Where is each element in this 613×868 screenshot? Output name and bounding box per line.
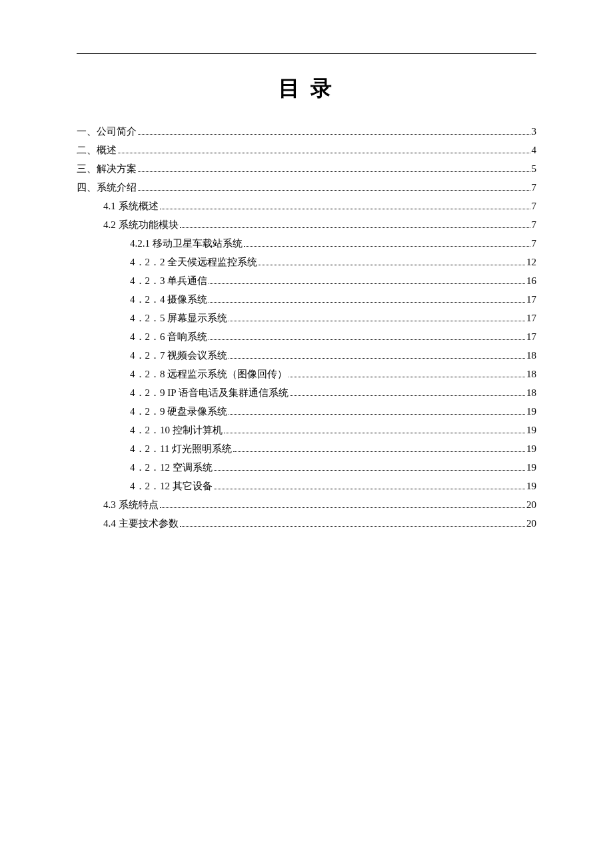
toc-leader-dots [160, 209, 530, 209]
toc-leader-dots [233, 451, 525, 452]
table-of-contents: 一、公司简介3二、概述4三、解决方案5四、系统介绍74.1 系统概述74.2 系… [77, 123, 536, 531]
toc-entry-page: 19 [526, 459, 536, 475]
toc-entry-page: 20 [526, 515, 536, 531]
toc-entry-page: 18 [526, 385, 536, 401]
toc-leader-dots [290, 395, 525, 396]
toc-entry[interactable]: 4.2.1 移动卫星车载站系统7 [77, 235, 536, 251]
toc-leader-dots [229, 414, 525, 415]
toc-title: 目 录 [77, 74, 536, 103]
toc-entry-page: 18 [526, 366, 536, 382]
toc-entry-label: 4．2．6 音响系统 [130, 329, 207, 345]
toc-leader-dots [209, 302, 525, 303]
toc-entry-page: 19 [526, 422, 536, 438]
header-rule [77, 53, 536, 54]
toc-entry-label: 4.2.1 移动卫星车载站系统 [130, 235, 243, 251]
toc-leader-dots [160, 507, 526, 508]
toc-entry-label: 三、解决方案 [77, 161, 137, 177]
toc-leader-dots [229, 321, 525, 321]
toc-entry-label: 4．2．11 灯光照明系统 [130, 441, 232, 457]
toc-entry-label: 4．2．9 IP 语音电话及集群通信系统 [130, 385, 289, 401]
toc-entry-page: 12 [526, 254, 536, 270]
toc-entry[interactable]: 4．2．5 屏幕显示系统17 [77, 310, 536, 326]
toc-entry-label: 4.3 系统特点 [103, 497, 159, 513]
toc-entry[interactable]: 4．2．9 IP 语音电话及集群通信系统18 [77, 385, 536, 401]
toc-entry[interactable]: 4．2．12 其它设备19 [77, 478, 536, 494]
toc-entry-label: 4.1 系统概述 [103, 198, 159, 214]
toc-entry-label: 四、系统介绍 [77, 179, 137, 195]
toc-leader-dots [244, 246, 530, 247]
toc-entry-label: 4.2 系统功能模块 [103, 217, 179, 233]
toc-entry-page: 17 [526, 329, 536, 345]
toc-entry[interactable]: 4．2．11 灯光照明系统19 [77, 441, 536, 457]
toc-entry-page: 17 [526, 310, 536, 326]
toc-entry[interactable]: 4．2．3 单兵通信16 [77, 273, 536, 289]
toc-entry-page: 19 [526, 478, 536, 494]
toc-leader-dots [180, 526, 526, 527]
toc-entry-page: 16 [526, 273, 536, 289]
toc-leader-dots [180, 227, 530, 228]
toc-leader-dots [214, 489, 525, 489]
toc-entry[interactable]: 4.4 主要技术参数20 [77, 515, 536, 531]
toc-entry-page: 20 [526, 497, 536, 513]
toc-entry[interactable]: 4．2．2 全天候远程监控系统12 [77, 254, 536, 270]
toc-leader-dots [138, 171, 530, 172]
toc-entry[interactable]: 4．2．7 视频会议系统18 [77, 347, 536, 363]
toc-entry-label: 4．2．8 远程监示系统（图像回传） [130, 366, 287, 382]
toc-leader-dots [209, 283, 525, 284]
toc-entry-label: 一、公司简介 [77, 123, 137, 139]
toc-leader-dots [138, 134, 530, 135]
toc-entry[interactable]: 4．2．6 音响系统17 [77, 329, 536, 345]
toc-entry-label: 4．2．4 摄像系统 [130, 291, 207, 307]
toc-leader-dots [259, 265, 525, 265]
toc-entry-page: 7 [532, 179, 537, 195]
toc-entry-page: 7 [532, 217, 537, 233]
toc-entry-page: 7 [532, 235, 537, 251]
toc-entry-page: 7 [532, 198, 537, 214]
toc-leader-dots [214, 470, 525, 471]
toc-entry[interactable]: 四、系统介绍7 [77, 179, 536, 195]
toc-entry-label: 4．2．9 硬盘录像系统 [130, 403, 227, 419]
toc-entry[interactable]: 三、解决方案5 [77, 161, 536, 177]
toc-leader-dots [224, 433, 525, 433]
toc-entry[interactable]: 4.2 系统功能模块7 [77, 217, 536, 233]
toc-entry[interactable]: 4．2．12 空调系统19 [77, 459, 536, 475]
toc-entry[interactable]: 4.1 系统概述7 [77, 198, 536, 214]
toc-entry-page: 5 [532, 161, 537, 177]
toc-entry-label: 4.4 主要技术参数 [103, 515, 179, 531]
toc-entry-label: 4．2．2 全天候远程监控系统 [130, 254, 257, 270]
toc-entry[interactable]: 4．2．9 硬盘录像系统19 [77, 403, 536, 419]
toc-entry[interactable]: 4．2．4 摄像系统17 [77, 291, 536, 307]
toc-leader-dots [209, 339, 525, 340]
toc-entry-label: 4．2．5 屏幕显示系统 [130, 310, 227, 326]
toc-entry-label: 4．2．12 其它设备 [130, 478, 213, 494]
toc-entry-label: 4．2．10 控制计算机 [130, 422, 223, 438]
toc-leader-dots [138, 190, 530, 191]
toc-entry-label: 4．2．3 单兵通信 [130, 273, 207, 289]
toc-entry-page: 18 [526, 347, 536, 363]
toc-entry[interactable]: 一、公司简介3 [77, 123, 536, 139]
toc-entry[interactable]: 二、概述4 [77, 142, 536, 158]
toc-entry-page: 19 [526, 403, 536, 419]
toc-entry[interactable]: 4．2．10 控制计算机19 [77, 422, 536, 438]
toc-entry-page: 17 [526, 291, 536, 307]
toc-leader-dots [118, 153, 530, 153]
toc-entry-label: 4．2．7 视频会议系统 [130, 347, 227, 363]
toc-leader-dots [289, 377, 525, 377]
toc-entry-page: 19 [526, 441, 536, 457]
toc-leader-dots [229, 358, 525, 359]
toc-entry-page: 3 [532, 123, 537, 139]
document-page: 目 录 一、公司简介3二、概述4三、解决方案5四、系统介绍74.1 系统概述74… [0, 0, 613, 531]
toc-entry-label: 4．2．12 空调系统 [130, 459, 213, 475]
toc-entry[interactable]: 4.3 系统特点20 [77, 497, 536, 513]
toc-entry-page: 4 [532, 142, 537, 158]
toc-entry-label: 二、概述 [77, 142, 117, 158]
toc-entry[interactable]: 4．2．8 远程监示系统（图像回传）18 [77, 366, 536, 382]
